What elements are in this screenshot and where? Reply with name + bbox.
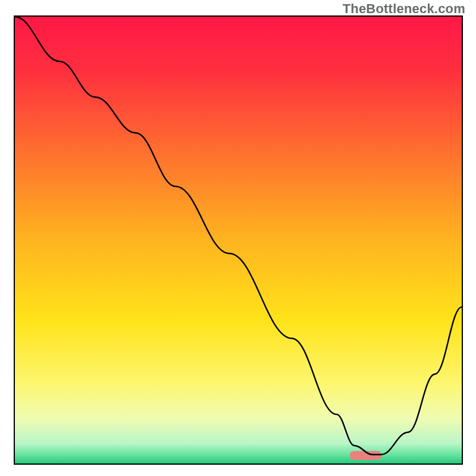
chart-frame: TheBottleneck.com	[0, 0, 476, 476]
plot-area	[14, 15, 463, 465]
watermark-label: TheBottleneck.com	[343, 1, 465, 17]
gradient-background	[15, 17, 462, 464]
chart-svg	[15, 17, 462, 464]
